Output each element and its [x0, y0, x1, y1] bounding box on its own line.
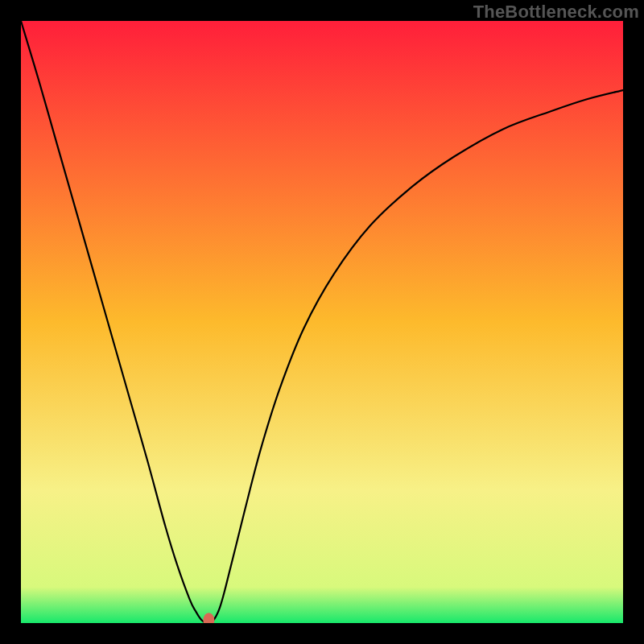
gradient-background — [21, 21, 623, 623]
chart-svg — [21, 21, 623, 623]
watermark-text: TheBottleneck.com — [473, 2, 639, 23]
plot-area — [21, 21, 623, 623]
chart-frame: TheBottleneck.com — [0, 0, 644, 644]
